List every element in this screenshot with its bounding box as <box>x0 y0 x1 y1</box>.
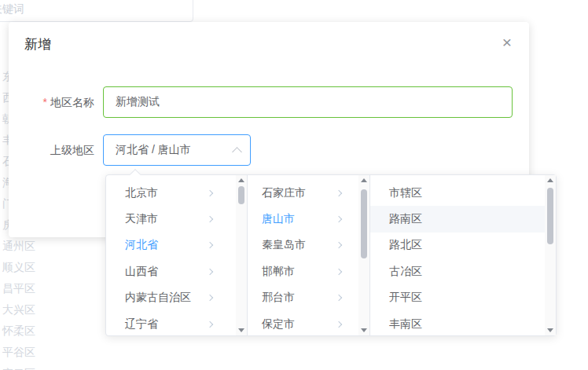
option-label: 辽宁省 <box>125 317 158 332</box>
option-label: 保定市 <box>262 317 295 332</box>
cascader-option[interactable]: 开平区 <box>370 285 556 311</box>
cascader-option[interactable]: 邯郸市 <box>248 258 369 284</box>
chevron-right-icon <box>207 189 213 196</box>
option-label: 路南区 <box>389 212 422 226</box>
chevron-up-icon <box>232 147 242 157</box>
chevron-right-icon <box>207 269 213 275</box>
cascader-dropdown: 北京市 天津市 河北省 山西省 内蒙古自治区 辽宁省 石家庄市 唐山市 秦皇岛市… <box>105 174 557 336</box>
cascader-option[interactable]: 石家庄市 <box>248 180 369 206</box>
required-asterisk: * <box>43 96 47 108</box>
option-label: 邯郸市 <box>262 265 295 279</box>
cascader-option-selected[interactable]: 河北省 <box>106 233 247 258</box>
option-label: 天津市 <box>125 212 158 226</box>
cascader-option[interactable]: 北京市 <box>106 180 247 206</box>
region-name-label: *地区名称 <box>9 86 94 118</box>
region-name-value: 新增测试 <box>116 95 160 109</box>
cascader-option[interactable]: 秦皇岛市 <box>248 233 369 258</box>
region-name-input[interactable]: 新增测试 <box>103 86 513 118</box>
option-label: 秦皇岛市 <box>262 238 306 252</box>
cascader-option[interactable]: 山西省 <box>106 258 247 284</box>
chevron-right-icon <box>336 295 342 301</box>
scrollbar-thumb[interactable] <box>238 186 244 204</box>
option-label: 丰南区 <box>389 317 422 332</box>
chevron-right-icon <box>336 269 342 275</box>
list-item: 密云区 <box>2 363 46 370</box>
scroll-down-icon[interactable] <box>361 328 367 332</box>
list-item: 昌平区 <box>2 278 46 299</box>
list-item: 大兴区 <box>2 299 46 321</box>
cascader-option[interactable]: 丰南区 <box>370 311 556 337</box>
option-label: 古冶区 <box>389 265 422 279</box>
chevron-right-icon <box>207 295 213 301</box>
cascader-option[interactable]: 保定市 <box>248 311 369 337</box>
chevron-right-icon <box>336 216 342 222</box>
list-item: 怀柔区 <box>2 321 46 342</box>
cascader-option[interactable]: 市辖区 <box>370 180 556 206</box>
keyword-search-input[interactable] <box>0 0 193 22</box>
parent-region-select[interactable]: 河北省 / 唐山市 <box>103 134 251 166</box>
cascader-option[interactable]: 古冶区 <box>370 258 556 284</box>
close-button[interactable]: × <box>498 33 516 52</box>
label-text: 上级地区 <box>50 144 94 156</box>
scrollbar-thumb[interactable] <box>361 189 367 258</box>
chevron-right-icon <box>207 321 213 327</box>
label-text: 地区名称 <box>50 96 94 108</box>
cascader-column-cities: 石家庄市 唐山市 秦皇岛市 邯郸市 邢台市 保定市 <box>248 175 370 335</box>
option-label: 北京市 <box>125 186 158 200</box>
parent-region-value: 河北省 / 唐山市 <box>116 143 191 157</box>
chevron-right-icon <box>207 216 213 222</box>
cascader-option-hovered[interactable]: 路南区 <box>370 206 556 232</box>
scroll-down-icon[interactable] <box>238 328 244 332</box>
scrollbar[interactable] <box>236 175 247 335</box>
scroll-up-icon[interactable] <box>361 178 367 182</box>
cascader-option-selected[interactable]: 唐山市 <box>248 206 369 232</box>
cascader-option[interactable]: 邢台市 <box>248 285 369 311</box>
dialog-title: 新增 <box>24 35 51 53</box>
scrollbar[interactable] <box>545 175 556 335</box>
parent-region-label: 上级地区 <box>9 134 94 166</box>
cascader-option[interactable]: 内蒙古自治区 <box>106 285 247 311</box>
list-item: 顺义区 <box>2 257 46 278</box>
cascader-option[interactable]: 天津市 <box>106 206 247 232</box>
chevron-right-icon <box>336 242 342 248</box>
chevron-right-icon <box>336 321 342 327</box>
chevron-right-icon <box>207 242 213 248</box>
option-label: 内蒙古自治区 <box>125 291 191 305</box>
scroll-up-icon[interactable] <box>547 178 553 182</box>
option-label: 邢台市 <box>262 291 295 305</box>
option-label: 开平区 <box>389 291 422 305</box>
chevron-right-icon <box>336 189 342 196</box>
scrollbar[interactable] <box>358 175 369 335</box>
cascader-option[interactable]: 辽宁省 <box>106 311 247 337</box>
option-label: 路北区 <box>389 238 422 252</box>
cascader-column-provinces: 北京市 天津市 河北省 山西省 内蒙古自治区 辽宁省 <box>106 175 248 335</box>
option-label: 市辖区 <box>389 186 422 200</box>
option-label: 山西省 <box>125 265 158 279</box>
option-label: 石家庄市 <box>262 186 306 200</box>
screen: 东城区 西城区 朝阳区 丰台区 石景山区 海淀区 门头沟区 房山区 通州区 顺义… <box>0 0 588 370</box>
list-item: 平谷区 <box>2 342 46 363</box>
list-item: 通州区 <box>2 236 46 257</box>
scroll-down-icon[interactable] <box>547 328 553 332</box>
cascader-column-districts: 市辖区 路南区 路北区 古冶区 开平区 丰南区 <box>370 175 556 335</box>
scrollbar-thumb[interactable] <box>547 188 553 244</box>
option-label: 唐山市 <box>262 212 295 226</box>
cascader-option[interactable]: 路北区 <box>370 233 556 258</box>
option-label: 河北省 <box>125 238 158 252</box>
scroll-up-icon[interactable] <box>238 178 244 182</box>
